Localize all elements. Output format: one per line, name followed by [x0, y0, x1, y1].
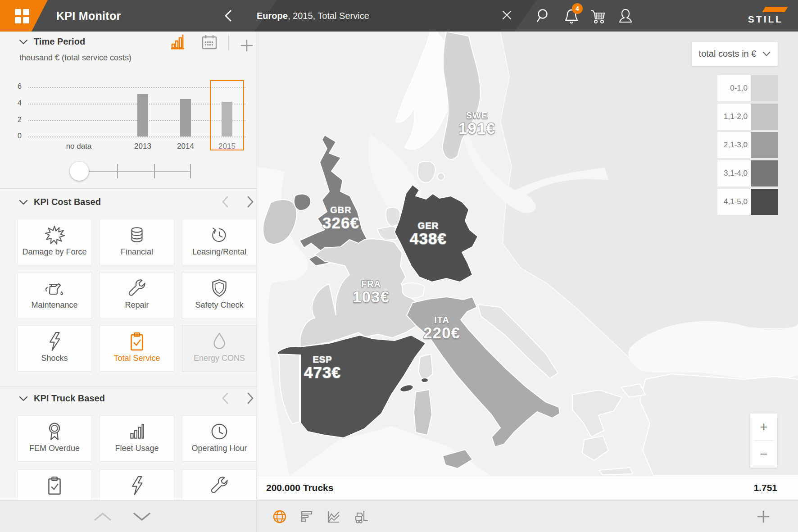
stats-bar: 200.000 Trucks 1.751	[257, 476, 798, 500]
sidebar: Time Period thousand € (total service co…	[0, 32, 257, 532]
year-slider-track[interactable]	[79, 171, 190, 172]
year-slider-handle[interactable]	[70, 162, 89, 181]
back-chevron-icon[interactable]	[222, 9, 234, 22]
kpi-cost-title: KPI Cost Based	[34, 197, 101, 207]
plus-icon	[756, 509, 771, 524]
kpi-tile-shocks[interactable]: Shocks	[18, 326, 91, 371]
line-chart-icon	[326, 509, 341, 524]
clipboard-check-icon	[44, 475, 65, 496]
kpi-tile-leasing-rental[interactable]: Leasing/Rental	[182, 219, 256, 265]
x-tick-2013[interactable]: 2013	[120, 142, 165, 151]
kpi-truck-title: KPI Truck Based	[34, 393, 105, 404]
kpi-tile-energy-cons[interactable]: Energy CONS	[182, 326, 256, 371]
user-profile-icon[interactable]	[617, 7, 634, 25]
app-title: KPI Monitor	[56, 0, 121, 32]
still-logo: STILL	[739, 0, 793, 32]
y-tick: 2	[8, 116, 22, 124]
tile-label: Operating Hour	[191, 444, 247, 453]
header: KPI Monitor Europe, 2015, Total Service …	[0, 0, 798, 32]
chart-view-icon[interactable]	[168, 33, 186, 51]
kpi-cost-prev-icon[interactable]	[220, 195, 231, 209]
time-period-title: Time Period	[34, 36, 85, 47]
droplet-icon	[209, 331, 230, 352]
legend-label: 2,1-3,0	[717, 132, 751, 158]
app-logo[interactable]	[0, 0, 48, 32]
metric-dropdown-label: total costs in €	[699, 49, 757, 59]
x-tick-no-data: no data	[56, 142, 101, 151]
legend-swatch	[751, 104, 778, 130]
oil-can-icon	[44, 278, 65, 299]
globe-icon	[272, 509, 287, 524]
truck-view-button[interactable]	[353, 508, 370, 525]
tile-label: FEM Overdue	[29, 444, 80, 453]
legend-swatch	[751, 160, 778, 186]
close-icon[interactable]	[501, 9, 512, 21]
map-view-button[interactable]	[271, 508, 288, 525]
trend-view-button[interactable]	[325, 508, 342, 525]
legend-label: 1,1-2,0	[717, 104, 751, 130]
x-tick-2014[interactable]: 2014	[163, 142, 208, 151]
search-icon[interactable]	[536, 8, 552, 24]
kpi-tile-damage-by-force[interactable]: Damage by Force	[18, 219, 91, 265]
scroll-down-icon[interactable]	[131, 510, 152, 523]
collapse-kpi-cost-icon[interactable]	[18, 199, 28, 206]
sidebar-footer	[0, 500, 257, 532]
kpi-tile-operating-hour[interactable]: Operating Hour	[182, 416, 256, 461]
metric-dropdown[interactable]: total costs in €	[691, 41, 778, 66]
legend-swatch	[751, 75, 778, 101]
europe-map[interactable]: SWE 191€ GBR 326€ GER 438€ FRA 103€ ITA …	[257, 32, 798, 476]
legend-row: 3,1-4,0	[717, 160, 778, 186]
wrench-icon	[209, 475, 230, 496]
kpi-monitor-app: KPI Monitor Europe, 2015, Total Service …	[0, 0, 798, 532]
ranking-view-button[interactable]	[298, 508, 315, 525]
breadcrumb-region: Europe	[257, 11, 288, 21]
kpi-tile-fem-overdue[interactable]: FEM Overdue	[18, 416, 91, 461]
selected-year-box[interactable]	[210, 80, 244, 150]
burst-icon	[44, 225, 65, 246]
kpi-truck-next-icon[interactable]	[245, 391, 256, 405]
kpi-tile-fleet-usage[interactable]: Fleet Usage	[100, 416, 174, 461]
zoom-out-button[interactable]: −	[750, 441, 777, 468]
add-view-button[interactable]	[755, 508, 772, 525]
map-zoom-control: + −	[750, 414, 777, 468]
legend-row: 4,1-5,0	[717, 189, 778, 215]
slider-tick	[154, 164, 155, 178]
kpi-truck-prev-icon[interactable]	[220, 391, 231, 405]
bar-2014[interactable]	[180, 99, 191, 136]
y-tick: 0	[8, 132, 22, 140]
kpi-tile-maintenance[interactable]: Maintenance	[18, 273, 91, 318]
collapse-time-period-icon[interactable]	[18, 38, 28, 45]
still-logo-slab	[762, 7, 788, 12]
tile-label: Damage by Force	[22, 247, 86, 257]
selection-count: 1.751	[753, 482, 777, 493]
kpi-cost-next-icon[interactable]	[245, 195, 256, 209]
scroll-up-icon[interactable]	[92, 510, 113, 523]
bar-2013[interactable]	[137, 94, 148, 136]
legend-label: 3,1-4,0	[717, 160, 751, 186]
legend-row: 1,1-2,0	[717, 104, 778, 130]
coin-stack-icon	[127, 225, 147, 246]
tile-label: Safety Check	[195, 300, 243, 310]
zoom-in-button[interactable]: +	[750, 414, 777, 441]
y-tick: 4	[8, 99, 22, 107]
tile-label: Leasing/Rental	[192, 247, 246, 257]
slider-tick	[117, 164, 118, 178]
calendar-view-icon[interactable]	[201, 34, 218, 51]
kpi-tile-total-service[interactable]: Total Service	[100, 326, 174, 371]
tile-label: Maintenance	[31, 300, 77, 310]
tile-label: Fleet Usage	[115, 444, 159, 453]
collapse-kpi-truck-icon[interactable]	[18, 395, 28, 402]
kpi-tile-financial[interactable]: Financial	[100, 219, 174, 265]
tile-label: Energy CONS	[194, 354, 245, 363]
history-clock-icon	[209, 225, 230, 246]
kpi-tile-repair[interactable]: Repair	[100, 273, 174, 318]
clipboard-check-icon	[127, 331, 147, 352]
tile-label: Total Service	[113, 354, 160, 363]
section-divider	[0, 386, 257, 386]
breadcrumb: Europe, 2015, Total Service	[257, 0, 369, 32]
kpi-tile-safety-check[interactable]: Safety Check	[182, 273, 256, 318]
chart-subtitle: thousand € (total service costs)	[19, 53, 131, 63]
clock-icon	[209, 421, 230, 442]
cart-icon[interactable]	[589, 7, 607, 25]
add-kpi-icon[interactable]	[240, 38, 254, 53]
